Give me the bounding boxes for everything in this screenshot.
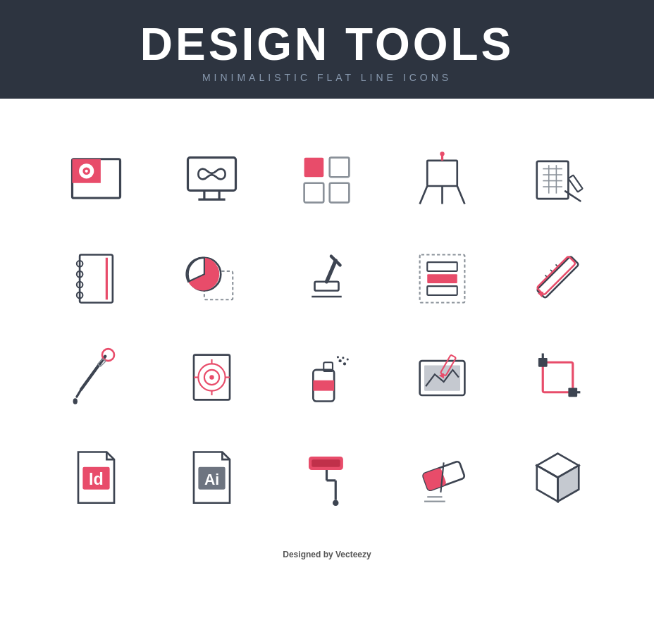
- svg-point-70: [347, 358, 349, 360]
- svg-line-16: [420, 186, 428, 204]
- icon-tablet-pen: [388, 331, 497, 423]
- svg-point-90: [333, 500, 339, 506]
- svg-marker-97: [536, 466, 557, 502]
- svg-point-54: [73, 398, 78, 404]
- icon-indesign: Id: [42, 430, 151, 521]
- icons-grid: Id Ai: [0, 106, 654, 550]
- svg-line-17: [457, 186, 465, 204]
- svg-point-15: [440, 151, 444, 156]
- icon-paint-roller: [273, 430, 381, 521]
- footer: Designed by Vecteezy: [0, 550, 654, 566]
- icon-layers: [388, 233, 497, 324]
- svg-rect-44: [427, 262, 457, 271]
- svg-rect-13: [427, 161, 457, 186]
- svg-line-38: [327, 261, 336, 282]
- page-header: DESIGN TOOLS MINIMALISTIC FLAT LINE ICON…: [0, 0, 654, 99]
- svg-rect-65: [314, 380, 335, 391]
- svg-rect-79: [538, 358, 548, 367]
- svg-rect-9: [304, 158, 324, 178]
- footer-brand: Vecteezy: [335, 550, 371, 559]
- icon-cube: [503, 430, 612, 521]
- svg-line-51: [82, 357, 106, 390]
- svg-text:Ai: Ai: [204, 471, 219, 488]
- svg-point-68: [343, 362, 346, 365]
- svg-text:Id: Id: [89, 470, 104, 488]
- svg-point-4: [85, 170, 88, 173]
- svg-rect-80: [568, 388, 577, 397]
- svg-rect-12: [330, 183, 350, 203]
- icon-eye-frame: [42, 134, 151, 225]
- svg-rect-27: [568, 175, 582, 192]
- footer-prefix: Designed by: [283, 550, 333, 559]
- icon-spray: [273, 331, 381, 423]
- svg-point-67: [339, 359, 342, 362]
- svg-point-59: [209, 375, 214, 379]
- icon-ruler-pencil: [503, 233, 612, 324]
- icon-notebook: [42, 233, 151, 324]
- icon-stamp: [273, 233, 381, 324]
- svg-rect-76: [543, 362, 573, 392]
- svg-rect-43: [427, 274, 457, 283]
- icon-illustrator: Ai: [158, 430, 266, 521]
- icon-dropper: [42, 331, 151, 423]
- icon-crop: [503, 331, 612, 423]
- icon-pie-chart: [158, 233, 266, 324]
- svg-line-52: [77, 389, 81, 397]
- svg-rect-11: [304, 183, 324, 203]
- icon-target-doc: [158, 331, 266, 423]
- icon-blueprint: [503, 134, 612, 225]
- svg-rect-10: [330, 158, 350, 178]
- icon-infinity-monitor: [158, 134, 266, 225]
- icon-color-grid: [273, 134, 381, 225]
- svg-point-69: [343, 357, 345, 359]
- svg-rect-49: [536, 256, 576, 295]
- page-subtitle: MINIMALISTIC FLAT LINE ICONS: [0, 72, 654, 83]
- svg-rect-86: [312, 459, 340, 467]
- icon-easel: [388, 134, 497, 225]
- svg-rect-19: [536, 161, 568, 199]
- svg-point-71: [337, 356, 339, 358]
- svg-rect-42: [427, 286, 457, 295]
- page-title: DESIGN TOOLS: [0, 20, 654, 69]
- icon-eraser: [388, 430, 497, 521]
